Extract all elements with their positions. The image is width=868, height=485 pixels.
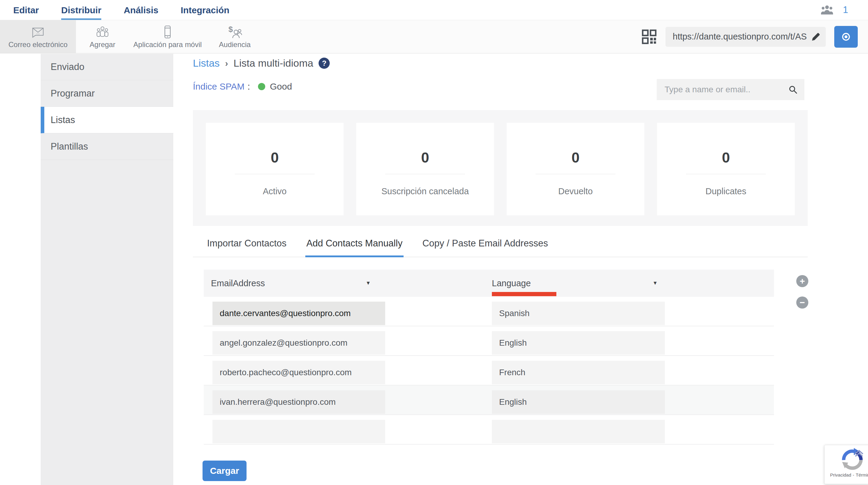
top-nav: Editar Distribuir Análisis Integración 1 bbox=[0, 0, 868, 20]
privacy-link[interactable]: Privacidad bbox=[830, 472, 851, 478]
tab-integracion[interactable]: Integración bbox=[181, 0, 229, 20]
divider bbox=[235, 174, 315, 174]
stat-label: Activo bbox=[263, 187, 287, 196]
email-input[interactable] bbox=[213, 420, 385, 444]
column-label: EmailAddress bbox=[211, 278, 265, 288]
survey-url-field[interactable] bbox=[665, 27, 826, 47]
table-row bbox=[204, 386, 774, 415]
email-input[interactable] bbox=[213, 331, 385, 355]
mobile-phone-icon bbox=[160, 25, 175, 39]
recaptcha-links: Privacidad - Términos bbox=[830, 472, 868, 478]
tab-add-contacts-manually[interactable]: Add Contacts Manually bbox=[305, 236, 404, 257]
spam-status: Good bbox=[270, 81, 292, 92]
channel-mobile-app[interactable]: Aplicación para móvil bbox=[129, 20, 206, 53]
terms-link[interactable]: Términos bbox=[856, 472, 868, 478]
sidebar-item-plantillas[interactable]: Plantillas bbox=[41, 133, 173, 160]
divider bbox=[535, 174, 615, 174]
people-group-icon[interactable] bbox=[820, 4, 834, 16]
breadcrumb-listas-link[interactable]: Listas bbox=[193, 57, 220, 69]
stat-value: 0 bbox=[571, 149, 580, 166]
divider bbox=[385, 174, 465, 174]
page-title: Lista multi-idioma bbox=[234, 57, 313, 69]
tab-distribuir[interactable]: Distribuir bbox=[61, 0, 101, 20]
tab-copy-paste-email[interactable]: Copy / Paste Email Addresses bbox=[421, 236, 549, 257]
language-input[interactable] bbox=[492, 331, 665, 355]
status-dot-green bbox=[258, 83, 265, 90]
table-row bbox=[204, 297, 774, 326]
column-emailaddress: EmailAddress ▼ bbox=[211, 278, 371, 288]
language-input[interactable] bbox=[492, 390, 665, 414]
chevron-right-icon: › bbox=[225, 58, 228, 68]
search-icon[interactable] bbox=[788, 85, 798, 94]
stat-value: 0 bbox=[271, 149, 279, 166]
channel-audiencia[interactable]: $ Audiencia bbox=[206, 20, 264, 53]
stat-card-devuelto[interactable]: 0 Devuelto bbox=[507, 123, 644, 216]
table-header: EmailAddress ▼ Language ▼ bbox=[204, 269, 774, 297]
table-row bbox=[204, 415, 774, 445]
stats-panel: 0 Activo 0 Suscripción cancelada 0 Devue… bbox=[193, 110, 808, 226]
spam-index-link[interactable]: Índice SPAM bbox=[193, 81, 244, 92]
pencil-icon[interactable] bbox=[811, 32, 821, 42]
email-input[interactable] bbox=[213, 361, 385, 384]
chevron-down-icon[interactable]: ▼ bbox=[652, 280, 658, 286]
stat-value: 0 bbox=[722, 149, 730, 166]
main-content: Listas › Lista multi-idioma ? Índice SPA… bbox=[173, 54, 868, 485]
divider bbox=[686, 174, 766, 174]
column-language: Language ▼ bbox=[492, 278, 658, 288]
audience-dollar-icon: $ bbox=[227, 25, 242, 39]
channel-label: Aplicación para móvil bbox=[133, 40, 202, 49]
contacts-tabbar: Importar Contactos Add Contacts Manually… bbox=[193, 236, 808, 257]
tab-editar[interactable]: Editar bbox=[13, 0, 39, 20]
tab-importar-contactos[interactable]: Importar Contactos bbox=[206, 236, 288, 257]
search-input[interactable] bbox=[664, 85, 788, 94]
contacts-table: EmailAddress ▼ Language ▼ bbox=[204, 269, 774, 445]
preview-button[interactable] bbox=[834, 26, 858, 48]
channel-email[interactable]: Correo electrónico bbox=[0, 20, 76, 53]
email-input[interactable] bbox=[213, 302, 385, 325]
stat-value: 0 bbox=[421, 149, 429, 166]
table-row bbox=[204, 356, 774, 386]
help-icon[interactable]: ? bbox=[318, 58, 330, 69]
add-row-button[interactable]: + bbox=[796, 275, 808, 287]
spam-index-row: Índice SPAM : Good bbox=[193, 81, 292, 92]
recaptcha-logo-icon bbox=[840, 448, 864, 472]
sidebar: Enviado Programar Listas Plantillas bbox=[41, 54, 173, 485]
stat-label: Suscripción cancelada bbox=[381, 187, 469, 196]
user-count[interactable]: 1 bbox=[843, 4, 848, 16]
stat-card-suscripcion-cancelada[interactable]: 0 Suscripción cancelada bbox=[356, 123, 494, 216]
language-input[interactable] bbox=[492, 420, 665, 444]
nav-right: 1 bbox=[820, 0, 868, 20]
sidebar-item-listas[interactable]: Listas bbox=[41, 107, 173, 133]
channel-agregar[interactable]: Agregar bbox=[76, 20, 129, 53]
survey-url-input[interactable] bbox=[673, 32, 808, 41]
channel-label: Audiencia bbox=[219, 40, 250, 49]
spam-colon: : bbox=[247, 81, 250, 92]
stat-label: Devuelto bbox=[558, 187, 592, 196]
people-group-icon bbox=[95, 25, 110, 39]
channel-label: Correo electrónico bbox=[8, 40, 67, 49]
svg-text:$: $ bbox=[228, 25, 233, 34]
language-input[interactable] bbox=[492, 361, 665, 384]
tab-analisis[interactable]: Análisis bbox=[124, 0, 158, 20]
language-input[interactable] bbox=[492, 302, 665, 325]
sidebar-item-programar[interactable]: Programar bbox=[41, 80, 173, 107]
contact-search bbox=[657, 79, 804, 100]
remove-row-button[interactable]: − bbox=[796, 296, 808, 309]
stat-card-activo[interactable]: 0 Activo bbox=[206, 123, 344, 216]
sidebar-item-enviado[interactable]: Enviado bbox=[41, 54, 173, 80]
column-label: Language bbox=[492, 278, 531, 288]
stat-card-duplicates[interactable]: 0 Duplicates bbox=[657, 123, 795, 216]
envelope-icon bbox=[30, 25, 45, 39]
chevron-down-icon[interactable]: ▼ bbox=[366, 280, 371, 286]
cargar-button[interactable]: Cargar bbox=[203, 461, 247, 481]
channel-label: Agregar bbox=[90, 40, 115, 49]
red-underline-marker bbox=[492, 292, 556, 296]
toolbar-right bbox=[641, 20, 868, 53]
stat-label: Duplicates bbox=[706, 187, 746, 196]
recaptcha-badge[interactable]: Privacidad - Términos bbox=[824, 445, 868, 484]
distribution-toolbar: Correo electrónico Agregar Aplicación pa… bbox=[0, 20, 868, 53]
table-row bbox=[204, 326, 774, 356]
qr-code-icon[interactable] bbox=[641, 29, 657, 45]
breadcrumb: Listas › Lista multi-idioma ? bbox=[193, 57, 330, 69]
email-input[interactable] bbox=[213, 390, 385, 414]
